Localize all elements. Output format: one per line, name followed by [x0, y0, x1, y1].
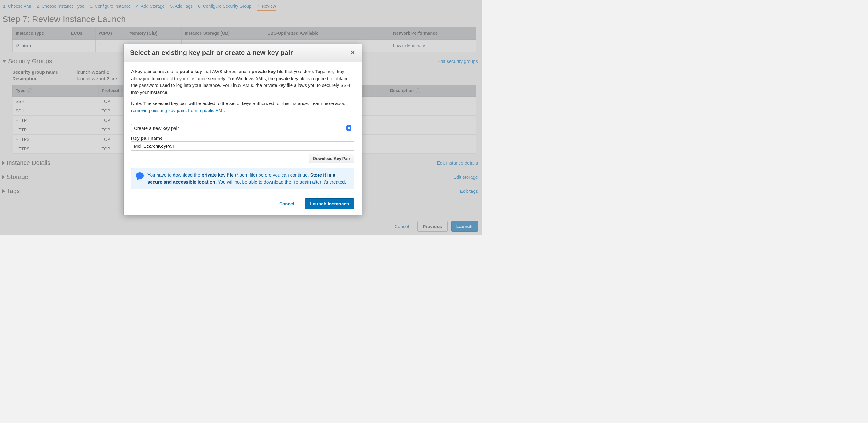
key-pair-option-select[interactable]: Create a new key pair: [131, 124, 354, 132]
speech-bubble-icon: •••: [136, 172, 144, 179]
modal-description-1: A key pair consists of a public key that…: [131, 68, 354, 96]
key-pair-name-label: Key pair name: [131, 135, 354, 140]
select-toggle-icon: [346, 125, 351, 131]
key-pair-name-input[interactable]: [131, 141, 354, 151]
remove-keypair-link[interactable]: removing existing key pairs from a publi…: [131, 108, 224, 113]
modal-title: Select an existing key pair or create a …: [130, 49, 293, 57]
modal-cancel-button[interactable]: Cancel: [274, 199, 299, 209]
launch-instances-button[interactable]: Launch Instances: [305, 198, 354, 209]
info-alert: ••• You have to download the private key…: [131, 168, 354, 189]
close-icon[interactable]: ✕: [350, 49, 355, 57]
download-key-pair-button[interactable]: Download Key Pair: [309, 154, 354, 163]
modal-description-2: Note: The selected key pair will be adde…: [131, 100, 354, 114]
key-pair-modal: Select an existing key pair or create a …: [123, 43, 362, 215]
